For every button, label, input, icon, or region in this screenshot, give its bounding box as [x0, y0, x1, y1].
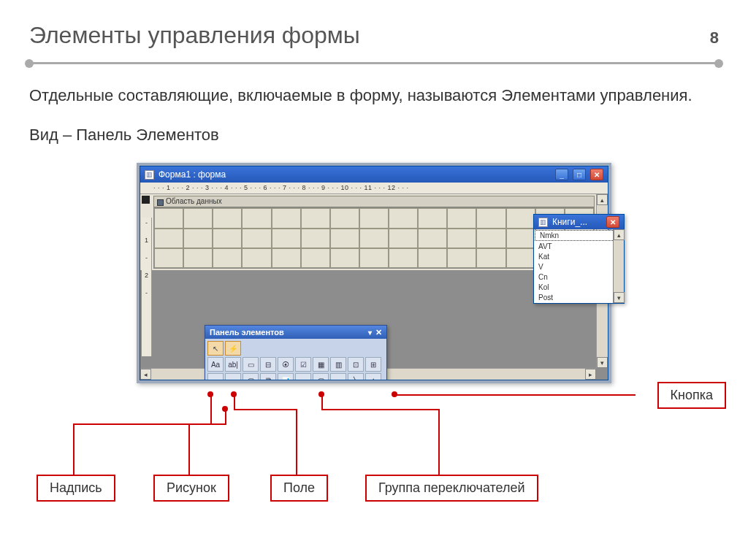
- field-list-titlebar[interactable]: ▥ Книги_... ✕: [534, 215, 624, 229]
- tool-pointer[interactable]: ↖: [207, 341, 224, 356]
- field-item[interactable]: AVT: [534, 242, 624, 252]
- vertical-ruler: -1-2-: [142, 218, 152, 356]
- page-number: 8: [710, 28, 719, 47]
- tool-list[interactable]: ▥: [330, 357, 346, 372]
- tool-unbound[interactable]: ▭: [207, 373, 224, 380]
- section-header[interactable]: Область данных: [153, 196, 595, 207]
- field-list-title: Книги_...: [552, 217, 587, 227]
- connector-line: [438, 409, 440, 475]
- tool-textbox[interactable]: ab|: [225, 357, 241, 372]
- form-icon: ▥: [145, 170, 154, 180]
- screenshot-area: ▥ Форма1 : форма _ □ ✕ · · · 1 · · · 2 ·…: [137, 163, 611, 383]
- tool-wizard[interactable]: ⚡: [225, 341, 241, 356]
- field-item[interactable]: Nmkn: [535, 230, 623, 241]
- toolbox-titlebar[interactable]: Панель элементов ▾ ✕: [205, 326, 386, 339]
- connector-line: [394, 394, 636, 396]
- connector-dot: [392, 391, 397, 397]
- connector-dot: [231, 391, 237, 397]
- form-titlebar[interactable]: ▥ Форма1 : форма _ □ ✕: [140, 166, 608, 183]
- connector-line: [188, 423, 225, 425]
- tool-button[interactable]: ⊡: [348, 357, 364, 372]
- paragraph-2: Вид – Панель Элементов: [29, 124, 719, 146]
- scroll-down-icon[interactable]: ▾: [597, 357, 608, 368]
- callout-label: Надпись: [37, 475, 115, 502]
- tool-linebr[interactable]: ╲: [348, 373, 364, 380]
- toolbox-close-icon[interactable]: ✕: [375, 328, 382, 337]
- field-item[interactable]: Cn: [534, 272, 624, 283]
- connector-line: [188, 423, 190, 475]
- field-list-icon: ▥: [538, 218, 548, 227]
- connector-line: [234, 409, 297, 410]
- tool-combo[interactable]: ▦: [313, 357, 329, 372]
- connector-line: [321, 409, 440, 410]
- divider-line: [29, 62, 719, 64]
- tool-label[interactable]: Aa: [207, 357, 224, 372]
- connector-line: [73, 423, 75, 475]
- field-list-window[interactable]: ▥ Книги_... ✕ Nmkn AVT Kat V Cn Kol Post…: [533, 214, 625, 304]
- scroll-up-icon[interactable]: ▴: [597, 194, 608, 205]
- field-list-body: Nmkn AVT Kat V Cn Kol Post: [534, 230, 624, 303]
- scroll-right-icon[interactable]: ▸: [585, 369, 596, 380]
- tool-checkbox[interactable]: ☑: [295, 357, 311, 372]
- field-item[interactable]: Kat: [534, 252, 624, 262]
- tool-more[interactable]: ✦: [365, 373, 381, 380]
- tool-toggle[interactable]: ⊟: [260, 357, 276, 372]
- ruler-corner[interactable]: [142, 196, 150, 204]
- toolbox-window[interactable]: Панель элементов ▾ ✕ ↖ ⚡ Aa: [205, 325, 387, 380]
- field-item[interactable]: Post: [534, 293, 624, 303]
- close-button[interactable]: ✕: [590, 169, 603, 180]
- callout-field: Поле: [270, 475, 328, 502]
- section-label: Область данных: [166, 197, 222, 205]
- callout-button: Кнопка: [657, 382, 726, 409]
- tool-image[interactable]: ⊞: [365, 357, 381, 372]
- paragraph-1: Отдельные составляющие, включаемые в фор…: [29, 85, 719, 107]
- field-list-close[interactable]: ✕: [606, 216, 619, 228]
- toolbox-title: Панель элементов: [210, 328, 284, 337]
- tool-line[interactable]: —: [225, 373, 241, 380]
- callout-group: Группа переключателей: [365, 475, 538, 502]
- tool-group[interactable]: ▭: [243, 357, 259, 372]
- toolbox-options-icon[interactable]: ▾: [368, 329, 373, 337]
- connector-line: [296, 409, 297, 475]
- field-item[interactable]: Kol: [534, 283, 624, 293]
- connector-line: [210, 394, 212, 425]
- maximize-button[interactable]: □: [573, 169, 586, 180]
- tool-page[interactable]: ▭: [295, 373, 311, 380]
- form-title-text: Форма1 : форма: [159, 169, 226, 180]
- minimize-button[interactable]: _: [555, 169, 568, 180]
- connector-dot: [318, 391, 324, 397]
- scroll-left-icon[interactable]: ◂: [140, 369, 151, 380]
- tool-rect[interactable]: ▢: [243, 373, 259, 380]
- field-list-scrollbar[interactable]: ▴▾: [613, 229, 624, 303]
- tool-frame[interactable]: ▭: [330, 373, 346, 380]
- connector-dot: [222, 406, 228, 412]
- tool-tab[interactable]: ▢: [313, 373, 329, 380]
- horizontal-ruler: · · · 1 · · · 2 · · · 3 · · · 4 · · · 5 …: [140, 183, 608, 194]
- callout-picture: Рисунок: [153, 475, 229, 502]
- page-title: Элементы управления формы: [29, 22, 360, 49]
- tool-chart[interactable]: 📊: [278, 373, 294, 380]
- tool-option[interactable]: ⦿: [278, 357, 294, 372]
- field-item[interactable]: V: [534, 262, 624, 272]
- tool-subform[interactable]: ⧉: [260, 373, 276, 380]
- connector-dot: [207, 391, 213, 397]
- form-grid[interactable]: [153, 207, 595, 269]
